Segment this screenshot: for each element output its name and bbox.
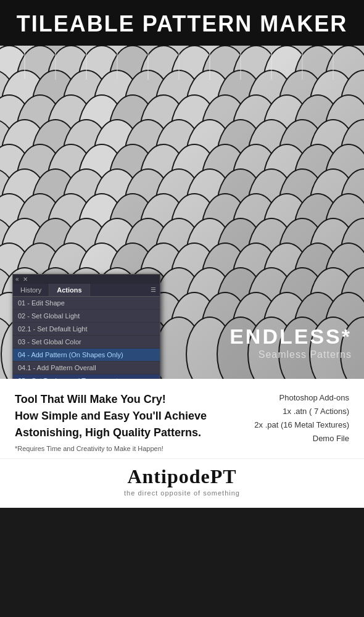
panel-tabs: History Actions ☰ (13, 284, 160, 297)
tab-history[interactable]: History (13, 284, 49, 296)
pattern-area: // Will be done with static SVG elements (0, 46, 364, 379)
panel-item-04[interactable]: 04 - Add Pattern (On Shapes Only) (13, 349, 160, 362)
panel-controls: « ✕ (15, 276, 28, 283)
panel-menu-icon[interactable]: ☰ (147, 284, 160, 296)
bottom-left: Tool That Will Make You Cry! How Simple … (15, 391, 254, 452)
panel-item-04-1[interactable]: 04.1 - Add Pattern Overall (13, 362, 160, 375)
endless-title: ENDLESS* (230, 325, 352, 348)
panel-item-list: 01 - Edit Shape 02 - Set Global Light 02… (13, 297, 160, 379)
panel-close-btn[interactable]: ✕ (23, 276, 28, 283)
bottom-right-line4: Demo File (254, 432, 349, 445)
bottom-right-line3: 2x .pat (16 Metal Textures) (254, 418, 349, 432)
bottom-right: Photoshop Add-ons 1x .atn ( 7 Actions) 2… (254, 391, 349, 445)
bottom-section: Tool That Will Make You Cry! How Simple … (0, 379, 364, 458)
bottom-right-line1: Photoshop Add-ons (254, 391, 349, 405)
panel-item-03[interactable]: 03 - Set Global Color (13, 336, 160, 349)
endless-sub: Seamless Patterns (230, 349, 352, 360)
bottom-right-line2: 1x .atn ( 7 Actions) (254, 405, 349, 418)
footer: AntipodePT the direct opposite of someth… (0, 458, 364, 508)
panel-item-02[interactable]: 02 - Set Global Light (13, 310, 160, 323)
actions-panel: « ✕ History Actions ☰ 01 - Edit Shape 02… (12, 274, 160, 379)
footer-tagline: the direct opposite of something (6, 489, 358, 497)
panel-item-02-1[interactable]: 02.1 - Set Default Light (13, 323, 160, 336)
bottom-footnote: *Requires Time and Creativity to Make it… (15, 445, 254, 452)
tab-actions[interactable]: Actions (49, 284, 89, 296)
panel-collapse-btn[interactable]: « (15, 276, 19, 283)
panel-topbar: « ✕ (13, 275, 160, 284)
bottom-line3: Astonishing, High Quality Patterns. (15, 424, 254, 441)
bottom-line1: Tool That Will Make You Cry! (15, 391, 254, 408)
endless-title-text: ENDLESS* (230, 325, 352, 348)
endless-area: ENDLESS* Seamless Patterns (230, 325, 352, 360)
header-title: TILEABLE PATTERN MAKER (6, 11, 358, 37)
bottom-line2: How Simple and Easy You'll Achieve (15, 408, 254, 424)
footer-brand: AntipodePT (6, 465, 358, 488)
panel-item-01[interactable]: 01 - Edit Shape (13, 297, 160, 310)
bottom-main-text: Tool That Will Make You Cry! How Simple … (15, 391, 254, 441)
panel-item-05[interactable]: 05 - Set Background Transparent (13, 375, 160, 379)
header: TILEABLE PATTERN MAKER (0, 0, 364, 46)
